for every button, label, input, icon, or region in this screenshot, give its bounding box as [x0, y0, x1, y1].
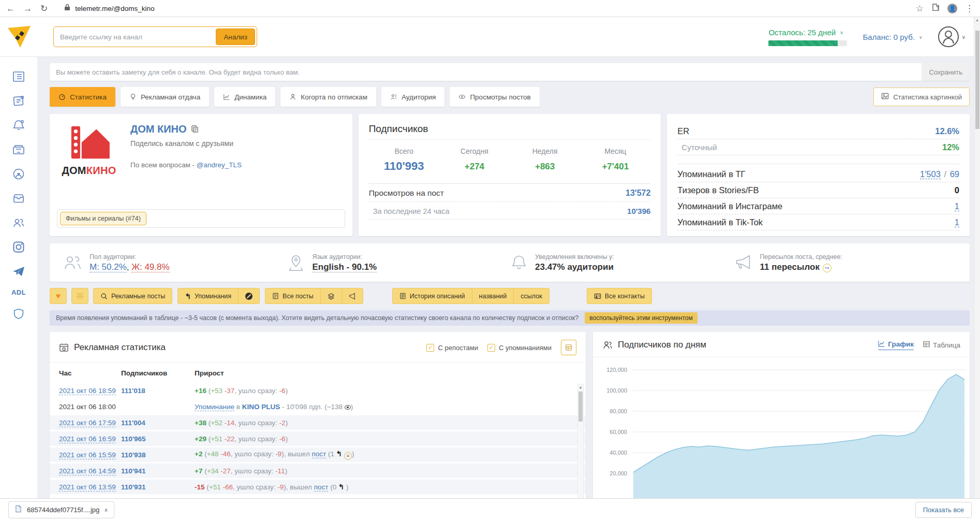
sidebar-telegram-icon[interactable]	[12, 264, 26, 278]
er-label: ER	[677, 126, 689, 136]
tab-4[interactable]: Аудитория	[381, 87, 444, 107]
text-segment[interactable]: пост	[312, 450, 326, 458]
show-all-downloads-button[interactable]: Показать все	[915, 502, 972, 518]
sidebar-bell-icon[interactable]	[12, 118, 26, 132]
sidebar-instagram-icon[interactable]	[12, 240, 26, 254]
all-posts-button[interactable]: Все посты	[265, 288, 320, 303]
sidebar-users-icon[interactable]	[12, 215, 26, 229]
table-scrollbar-thumb[interactable]	[578, 392, 583, 422]
text-segment: , ушло сразу:	[234, 419, 279, 427]
save-note-button[interactable]: Сохранить	[922, 63, 970, 81]
text-segment: +38	[195, 419, 209, 427]
tab-3[interactable]: Когорта по отпискам	[280, 87, 376, 107]
er-value[interactable]: 1	[955, 201, 959, 211]
page-scrollbar[interactable]: ▲	[974, 17, 980, 498]
text-segment: 23.47% аудитории	[535, 262, 614, 272]
y-tick-label: 40,000	[610, 450, 627, 456]
tab-label: Аудитория	[402, 93, 436, 101]
tab-table[interactable]: Таблица	[923, 341, 960, 349]
days-left-dropdown[interactable]: Осталось: 25 дней ∨	[768, 28, 843, 37]
favorite-heart-button[interactable]: ♥	[50, 288, 67, 304]
posts-megaphone-toggle[interactable]	[341, 288, 363, 303]
posts-layers-toggle[interactable]	[320, 288, 341, 303]
history-descriptions-button[interactable]: История описаний	[393, 288, 472, 303]
notice-text: Время появления упоминаний в таблице - ~…	[56, 314, 578, 322]
mentions-checkbox[interactable]: ✓С упоминаниями	[487, 344, 552, 352]
text-segment: -37	[225, 387, 235, 395]
channel-note-input[interactable]	[50, 68, 922, 76]
tab-0[interactable]: Статистика	[50, 87, 115, 107]
sidebar-archive-icon[interactable]	[12, 142, 26, 156]
history-links-button[interactable]: ссылок	[513, 288, 548, 303]
checkbox-check-icon: ✓	[487, 344, 495, 352]
history-names-button[interactable]: названий	[472, 288, 514, 303]
ad-stats-card: Рекламная статистика ✓С репостами ✓С упо…	[50, 332, 586, 521]
browser-reload-icon[interactable]: ↻	[40, 4, 48, 13]
row-time[interactable]: 2021 окт 06 16:59	[59, 435, 116, 443]
er-label: Упоминаний в Tik-Tok	[677, 218, 763, 227]
sidebar-list-icon[interactable]	[12, 69, 26, 83]
category-chip[interactable]: Фильмы и сериалы (#74)	[60, 212, 146, 225]
download-item[interactable]: 685744ddef07715f....jpg ∧	[8, 501, 114, 518]
channel-search-input[interactable]	[54, 33, 214, 41]
reposts-checkbox[interactable]: ✓С репостами	[426, 344, 478, 352]
subs-col-total: Всего110'993	[369, 147, 439, 173]
extensions-puzzle-icon[interactable]	[931, 3, 940, 13]
sidebar-notes-icon[interactable]	[12, 94, 26, 108]
logo-text-kino: КИНО	[86, 165, 116, 176]
text-segment[interactable]: пост	[314, 483, 329, 491]
table-header: Час Подписчиков Прирост	[50, 363, 586, 383]
tab-chart[interactable]: График	[878, 340, 914, 350]
sidebar-inbox-icon[interactable]	[12, 191, 26, 205]
row-time[interactable]: 2021 окт 06 14:59	[59, 467, 116, 475]
er-value[interactable]: 1	[955, 218, 959, 227]
browser-forward-icon[interactable]: →	[23, 4, 32, 13]
row-subscribers: 111'004	[121, 419, 195, 427]
ad-stats-table: 2021 окт 06 18:59111'018+16 (+53 -37, уш…	[50, 383, 586, 496]
chevron-up-icon[interactable]: ∧	[104, 507, 108, 513]
sidebar-item-adl[interactable]: ADL	[11, 288, 26, 296]
balance-dropdown[interactable]: Баланс: 0 руб. ∨	[863, 33, 922, 41]
channel-card: ДОМКИНО ДОМ КИНО Поделись каналом с друз…	[50, 114, 352, 236]
url-text: telemetr.me/@doms_kino	[75, 5, 154, 12]
y-tick-label: 20,000	[610, 470, 627, 476]
browser-back-icon[interactable]: ←	[6, 4, 15, 13]
notice-tool-link[interactable]: воспользуйтесь этим инструментом	[585, 312, 697, 324]
picture-stats-button[interactable]: Статистика картинкой	[873, 88, 970, 106]
y-tick-label: 80,000	[610, 408, 627, 414]
table-settings-button[interactable]	[561, 340, 576, 355]
history-doc-icon	[399, 293, 406, 299]
row-time: 2021 окт 06 18:00	[59, 403, 116, 411]
text-segment: +51	[209, 483, 221, 491]
tab-5[interactable]: Просмотры постов	[450, 87, 539, 107]
sidebar-person-icon[interactable]	[12, 167, 26, 181]
mentions-eye-toggle[interactable]	[238, 288, 259, 303]
copy-icon[interactable]	[191, 123, 199, 135]
contact-link[interactable]: @andrey_TLS	[197, 161, 242, 169]
row-time[interactable]: 2021 окт 06 18:59	[59, 387, 116, 395]
mentions-button[interactable]: ↰Упоминания	[178, 288, 238, 303]
analyze-button[interactable]: Анализ	[216, 28, 255, 45]
all-contacts-button[interactable]: Все контакты	[587, 288, 651, 303]
censored-pattern-button[interactable]	[71, 288, 88, 304]
page-scrollbar-thumb[interactable]	[975, 31, 979, 129]
row-time[interactable]: 2021 окт 06 13:59	[59, 483, 116, 491]
row-time[interactable]: 2021 окт 06 15:59	[59, 451, 116, 459]
text-segment[interactable]: Упоминание	[195, 403, 234, 411]
account-avatar[interactable]	[938, 26, 959, 47]
bookmark-star-icon[interactable]: ☆	[916, 4, 924, 13]
row-time[interactable]: 2021 окт 06 17:59	[59, 419, 116, 427]
share-text: Поделись каналом с друзьями	[130, 139, 242, 148]
er-row: Упоминаний в Tik-Tok1	[677, 214, 959, 230]
er-value[interactable]: 1'503	[920, 169, 941, 179]
y-tick-label: 60,000	[610, 429, 627, 435]
address-bar[interactable]: telemetr.me/@doms_kino	[64, 4, 908, 13]
ad-posts-button[interactable]: Рекламные посты	[94, 288, 172, 303]
contacts-group: Все контакты	[587, 288, 652, 304]
telemetr-logo-icon[interactable]	[7, 25, 33, 49]
tab-2[interactable]: Динамика	[214, 87, 275, 107]
browser-profile-icon[interactable]: 👤	[947, 4, 957, 13]
browser-menu-icon[interactable]: ⋮	[965, 4, 974, 13]
sidebar-shield-icon[interactable]	[12, 307, 26, 321]
tab-1[interactable]: Рекламная отдача	[121, 87, 209, 107]
